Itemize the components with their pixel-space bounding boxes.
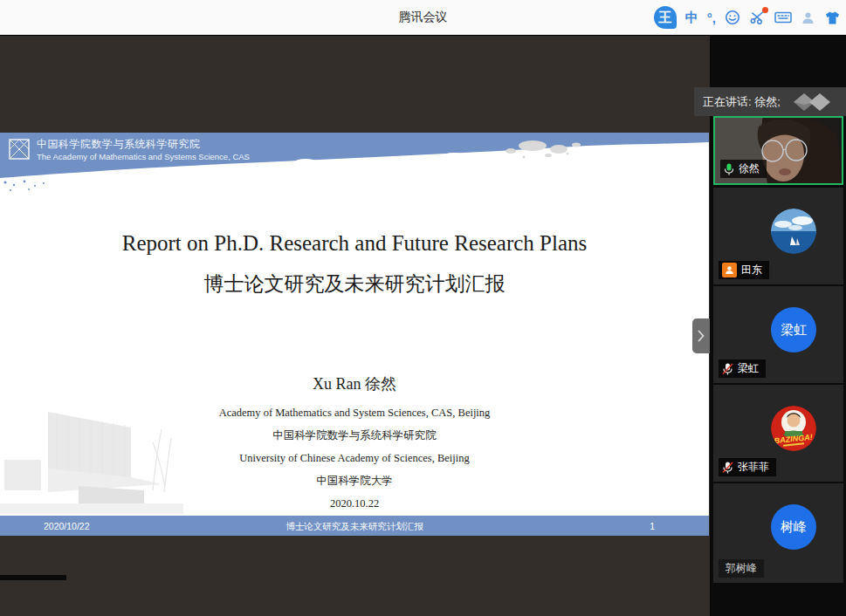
keyboard-icon[interactable] (774, 10, 792, 24)
slide-footer-bar: 2020/10/22 博士论文研究及未来研究计划汇报 1 (0, 516, 709, 536)
skin-shirt-icon[interactable] (824, 10, 841, 25)
participant-tile-xuran[interactable]: 徐然 (713, 116, 843, 185)
screen-edge-strip (0, 575, 66, 580)
mic-on-icon (724, 163, 734, 175)
shared-screen-stage: 中国科学院数学与系统科学研究院 The Academy of Mathemati… (0, 36, 710, 616)
participant-name-badge: 张菲菲 (719, 458, 776, 476)
participant-name-badge: 郭树峰 (719, 559, 764, 578)
author-name: Xu Ran 徐然 (0, 373, 709, 394)
presentation-date: 2020.10.22 (0, 497, 709, 510)
participant-name-badge: 田东 (719, 261, 769, 279)
affiliation-en-2: University of Chinese Academy of Science… (0, 452, 709, 465)
presentation-slide: 中国科学院数学与系统科学研究院 The Academy of Mathemati… (0, 133, 709, 536)
emoji-icon[interactable] (725, 10, 740, 25)
participant-tile-guoshufeng[interactable]: 树峰 郭树峰 (713, 483, 843, 583)
scissors-screenshot-icon[interactable] (749, 10, 766, 25)
affiliation-en-1: Academy of Mathematics and System Scienc… (0, 407, 709, 420)
ocean-avatar (771, 209, 816, 254)
participant-tile-lianghong[interactable]: 梁虹 梁虹 (713, 286, 843, 383)
titlebar: 腾讯会议 王 中 °, (0, 0, 846, 35)
tencent-meeting-window: 腾讯会议 王 中 °, (0, 0, 846, 616)
bazinga-avatar: BAZINGA! (771, 406, 816, 451)
participants-panel: 徐然 田东 (710, 36, 846, 616)
participant-name-badge: 徐然 (720, 160, 767, 178)
cas-amss-logo-icon (7, 137, 31, 161)
affiliation-cn-2: 中国科学院大学 (0, 474, 709, 489)
participant-name-badge: 梁虹 (719, 359, 766, 378)
participant-name: 田东 (741, 263, 762, 277)
footer-page-number: 1 (650, 521, 655, 531)
institute-name-cn: 中国科学院数学与系统科学研究院 (37, 137, 250, 152)
author-block: Xu Ran 徐然 Academy of Mathematics and Sys… (0, 373, 709, 519)
footer-title: 博士论文研究及未来研究计划汇报 (0, 521, 709, 533)
mic-muted-icon (722, 363, 733, 375)
affiliation-cn-1: 中国科学院数学与系统科学研究院 (0, 428, 709, 443)
slide-title-en: Report on Ph.D. Research and Future Rese… (0, 231, 709, 256)
ime-language-toggle[interactable]: 中 (685, 10, 698, 26)
participant-name: 张菲菲 (738, 460, 769, 475)
participant-name: 郭树峰 (726, 561, 757, 576)
watermark-logo-icon (794, 92, 839, 113)
institute-name-en: The Academy of Mathematics and Systems S… (37, 152, 250, 161)
initials-avatar: 梁虹 (771, 307, 816, 352)
avatar-text: 梁虹 (781, 322, 807, 339)
mic-muted-icon (722, 462, 733, 474)
avatar-text: 树峰 (781, 519, 807, 536)
participant-name: 梁虹 (738, 361, 759, 376)
notification-dot (762, 7, 768, 13)
panel-expand-chevron-button[interactable] (692, 318, 710, 353)
participant-tile-tiandong[interactable]: 田东 (713, 188, 843, 284)
slide-title-cn: 博士论文研究及未来研究计划汇报 (0, 270, 709, 298)
ime-toolbar: 王 中 °, (654, 3, 841, 31)
active-speaker-banner: 正在讲话: 徐然; (694, 87, 846, 116)
audio-not-connected-icon (722, 263, 737, 277)
ime-punctuation-toggle[interactable]: °, (707, 10, 716, 25)
initials-avatar: 树峰 (771, 504, 816, 550)
participant-tile-zhangfeifei[interactable]: BAZINGA! 张菲菲 (713, 385, 843, 482)
sogou-ime-avatar-icon[interactable]: 王 (654, 6, 677, 29)
user-profile-icon[interactable] (801, 10, 815, 25)
active-speaker-text: 正在讲话: 徐然; (694, 94, 781, 110)
participant-name: 徐然 (739, 161, 760, 176)
